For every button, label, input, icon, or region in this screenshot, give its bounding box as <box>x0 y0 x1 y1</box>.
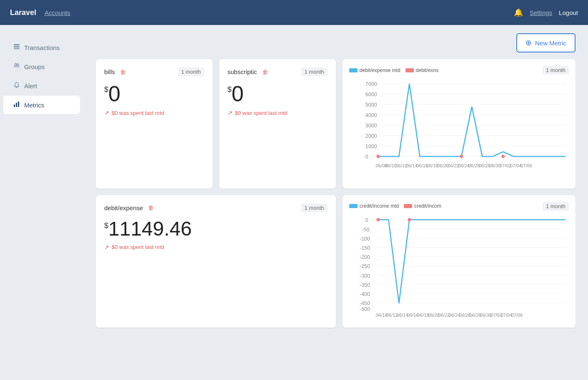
credit-income-chart-card: credit/income mtd credit/incom 1 month 0… <box>343 195 576 328</box>
legend-dot-credit-pink <box>404 204 412 208</box>
subscription-card: subscriptic 🗑 1 month $ 0 ↗ $0 was spent… <box>219 59 336 189</box>
legend-label-mtd: debit/expense mtd <box>360 67 400 73</box>
svg-text:-200: -200 <box>359 254 370 260</box>
svg-text:06/16: 06/16 <box>407 313 418 318</box>
metrics-grid: bills 🗑 1 month $ 0 ↗ $0 was spent last … <box>96 59 575 328</box>
svg-text:-100: -100 <box>359 236 370 242</box>
subscription-card-header: subscriptic 🗑 1 month <box>228 67 328 76</box>
subscription-delete-icon[interactable]: 🗑 <box>262 69 268 75</box>
svg-point-64 <box>408 218 411 221</box>
svg-text:06/28: 06/28 <box>478 163 490 168</box>
svg-text:06/26: 06/26 <box>468 163 480 168</box>
legend-dot-blue <box>349 68 358 72</box>
svg-text:07/06: 07/06 <box>511 313 523 318</box>
svg-point-26 <box>501 155 505 158</box>
svg-rect-1 <box>14 46 20 47</box>
debit-expense-title: debit/expense <box>104 204 143 211</box>
svg-rect-6 <box>16 103 17 107</box>
transactions-icon <box>13 43 20 52</box>
legend-item-expense: debit/exns <box>405 67 439 73</box>
sidebar-label-transactions: Transactions <box>24 44 60 51</box>
svg-text:06/28: 06/28 <box>469 313 481 318</box>
legend-dot-credit-blue <box>349 204 358 208</box>
credit-chart-period: 1 month <box>543 202 569 211</box>
svg-text:-400: -400 <box>359 291 370 297</box>
subscription-amount: $ 0 <box>228 83 328 104</box>
debit-chart-header: debit/expense mtd debit/exns 1 month <box>349 66 569 75</box>
new-metric-button[interactable]: ⊕ New Metric <box>516 33 575 52</box>
toolbar: ⊕ New Metric <box>96 33 575 52</box>
svg-text:4000: 4000 <box>365 112 377 118</box>
settings-link[interactable]: Settings <box>530 9 552 16</box>
svg-text:06/30: 06/30 <box>480 313 491 318</box>
debit-expense-header: debit/expense 🗑 1 month <box>104 204 328 212</box>
svg-rect-5 <box>14 104 15 107</box>
groups-icon <box>13 62 20 71</box>
sidebar-item-alert[interactable]: Alert <box>3 77 80 95</box>
svg-text:06/12: 06/12 <box>395 163 407 168</box>
svg-text:06/18: 06/18 <box>427 163 438 168</box>
svg-point-4 <box>17 64 19 65</box>
svg-text:-300: -300 <box>359 273 370 279</box>
svg-text:-350: -350 <box>359 282 370 288</box>
debit-chart-svg: 7000 6000 5000 4000 3000 2000 1000 0 <box>349 78 569 182</box>
brand-logo: Laravel <box>10 8 36 17</box>
svg-rect-7 <box>18 102 19 107</box>
logout-link[interactable]: Logout <box>559 9 578 16</box>
svg-text:3000: 3000 <box>365 123 377 129</box>
bills-title: bills <box>104 68 115 75</box>
subscription-period: 1 month <box>301 67 328 76</box>
header-left: Laravel Accounts <box>10 8 70 17</box>
svg-text:06/20: 06/20 <box>437 163 449 168</box>
subscription-change-text: $0 was spent last mtd <box>235 110 288 116</box>
sidebar-item-groups[interactable]: Groups <box>3 57 80 76</box>
svg-text:07/04: 07/04 <box>500 313 512 318</box>
svg-text:-150: -150 <box>359 245 370 251</box>
svg-text:06/14: 06/14 <box>396 313 408 318</box>
svg-text:5000: 5000 <box>365 102 377 108</box>
svg-text:2000: 2000 <box>365 133 377 139</box>
svg-text:07/04: 07/04 <box>510 163 521 168</box>
svg-point-3 <box>15 64 17 66</box>
sidebar-item-metrics[interactable]: Metrics <box>3 96 80 114</box>
svg-text:06/30: 06/30 <box>489 163 500 168</box>
svg-text:07/02: 07/02 <box>490 313 502 318</box>
bills-period: 1 month <box>178 67 204 76</box>
legend-item-credit-mtd: credit/income mtd <box>349 203 399 209</box>
svg-text:06/12: 06/12 <box>386 313 398 318</box>
accounts-link[interactable]: Accounts <box>45 9 70 16</box>
sidebar-label-groups: Groups <box>24 63 45 70</box>
svg-text:06/24: 06/24 <box>448 313 460 318</box>
legend-item-credit-income: credit/incom <box>404 203 441 209</box>
svg-text:06/22: 06/22 <box>447 163 459 168</box>
sidebar: Transactions Groups Alert Metrics <box>0 25 83 380</box>
main-layout: Transactions Groups Alert Metrics ⊕ <box>0 25 588 380</box>
legend-label-credit-income: credit/incom <box>414 203 441 209</box>
bills-delete-icon[interactable]: 🗑 <box>120 69 126 75</box>
svg-text:0: 0 <box>365 154 368 160</box>
sidebar-item-transactions[interactable]: Transactions <box>3 38 80 57</box>
sidebar-label-alert: Alert <box>24 82 37 89</box>
svg-point-63 <box>376 218 380 221</box>
svg-text:7000: 7000 <box>365 81 377 87</box>
svg-text:0: 0 <box>365 217 368 223</box>
header-right: 🔔 Settings Logout <box>514 8 578 17</box>
svg-text:06/24: 06/24 <box>458 163 469 168</box>
bills-value: 0 <box>108 83 120 104</box>
debit-expense-period: 1 month <box>301 204 328 212</box>
subscription-currency: $ <box>228 85 232 94</box>
debit-expense-change-text: $0 was spent last mtd <box>112 244 164 250</box>
plus-circle-icon: ⊕ <box>525 38 532 47</box>
bell-icon[interactable]: 🔔 <box>514 8 523 17</box>
subscription-title: subscriptic <box>228 68 257 75</box>
legend-dot-pink <box>405 68 414 72</box>
metrics-icon <box>13 101 20 109</box>
debit-chart-period: 1 month <box>543 66 569 75</box>
svg-text:06/16: 06/16 <box>416 163 428 168</box>
legend-label-expense: debit/exns <box>416 67 439 73</box>
bills-card-header: bills 🗑 1 month <box>104 67 204 76</box>
content-area: ⊕ New Metric bills 🗑 1 month $ 0 ↗ $0 <box>83 25 588 380</box>
debit-expense-arrow-icon: ↗ <box>104 244 109 251</box>
svg-text:06/10: 06/10 <box>385 163 397 168</box>
debit-expense-delete-icon[interactable]: 🗑 <box>148 204 154 211</box>
